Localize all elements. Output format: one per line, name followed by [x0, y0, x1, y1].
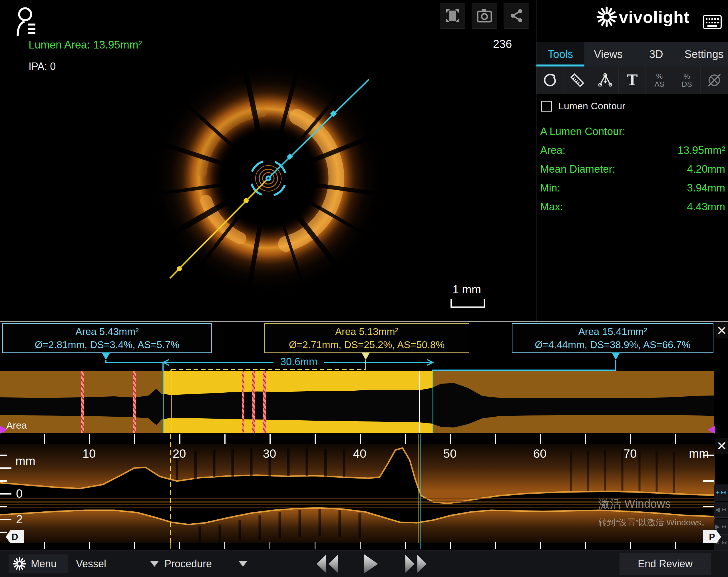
- ruler-label-70: 70: [624, 447, 637, 461]
- ruler-tick: [360, 434, 361, 444]
- area-waveform: [0, 371, 714, 433]
- as-percent-icon: % AS: [655, 72, 665, 88]
- annotation-box-proximal[interactable]: Area 5.43mm² Ø=2.81mm, DS=3.4%, AS=5.7%: [2, 323, 212, 353]
- tab-settings[interactable]: Settings: [680, 42, 728, 66]
- tab-views[interactable]: Views: [584, 42, 632, 66]
- text-tool-button[interactable]: T: [619, 66, 646, 94]
- ruler-tick: [44, 434, 45, 444]
- chevron-down-icon: [239, 561, 247, 567]
- playhead-line[interactable]: [419, 371, 420, 433]
- stent-marker: [81, 371, 84, 433]
- ruler-tick: [134, 542, 135, 549]
- divider: [537, 120, 728, 120]
- bookmark-icon: [721, 507, 727, 513]
- tab-3d[interactable]: 3D: [632, 42, 680, 66]
- ruler-tick: [89, 434, 90, 444]
- lumen-area-readout: Lumen Area: 13.95mm²: [29, 39, 142, 51]
- delete-measure-tool-button[interactable]: [701, 66, 728, 94]
- rewind-button[interactable]: [313, 553, 341, 574]
- ruler-tick: [44, 542, 45, 549]
- strip-left-marker[interactable]: [0, 426, 7, 434]
- ruler-label-10: 10: [82, 447, 96, 461]
- ruler-tick: [225, 542, 225, 549]
- diameter-stenosis-tool-button[interactable]: % DS: [673, 66, 701, 94]
- ruler-icon: [569, 72, 585, 88]
- add-bookmark-button[interactable]: +: [714, 485, 728, 500]
- ruler-label-50: 50: [443, 447, 457, 461]
- ruler-tick: [225, 434, 226, 444]
- fast-forward-button[interactable]: [402, 553, 431, 574]
- prev-bookmark-button[interactable]: ◀: [714, 502, 728, 518]
- lumen-contour-label: Lumen Contour: [558, 101, 625, 112]
- measurement-row-max: Max:4.43mm: [540, 201, 725, 213]
- vessel-label: Vessel: [76, 558, 106, 570]
- ruler-tick: [405, 434, 406, 444]
- lumen-contour-checkbox[interactable]: [541, 101, 552, 112]
- menu-logo-icon: [12, 557, 26, 571]
- area-stenosis-tool-button[interactable]: % AS: [646, 66, 673, 94]
- fullscreen-button[interactable]: [440, 3, 465, 29]
- procedure-dropdown[interactable]: Procedure: [160, 554, 252, 573]
- end-review-label: End Review: [638, 558, 693, 570]
- scale-bar: [450, 299, 485, 308]
- angle-icon: [597, 72, 613, 88]
- proximal-marker-line[interactable]: [163, 371, 163, 433]
- tab-tools[interactable]: Tools: [537, 42, 584, 66]
- ruler-tick: [405, 542, 406, 549]
- vessel-dropdown[interactable]: Vessel: [71, 554, 163, 573]
- ruler-tick: [315, 434, 316, 444]
- frame-position-ruler[interactable]: [0, 541, 715, 550]
- measurement-row-mean-diameter: Mean Diameter:4.20mm: [540, 163, 725, 175]
- close-longitudinal-button[interactable]: ✕: [716, 438, 728, 454]
- mla-dashed-line[interactable]: [170, 434, 171, 543]
- annotation-box-distal[interactable]: Area 15.41mm² Ø=4.44mm, DS=38.9%, AS=66.…: [512, 323, 713, 353]
- ruler-tick: [179, 542, 180, 549]
- divider: [0, 321, 728, 322]
- area-strip[interactable]: Area: [0, 371, 714, 433]
- ruler-tool-button[interactable]: [564, 66, 591, 94]
- snapshot-button[interactable]: [472, 3, 497, 29]
- distal-marker-line[interactable]: [433, 371, 433, 433]
- ruler-tick: [495, 434, 496, 444]
- patient-info-icon[interactable]: [15, 6, 37, 40]
- scale-bar-label: 1 mm: [445, 283, 488, 296]
- ruler-tick: [540, 434, 541, 444]
- stent-marker: [252, 371, 255, 433]
- ruler-tick: [450, 542, 451, 549]
- share-button[interactable]: [503, 3, 529, 29]
- contour-tool-button[interactable]: [537, 66, 564, 94]
- end-review-button[interactable]: End Review: [620, 553, 711, 575]
- mla-marker-line[interactable]: [171, 371, 172, 433]
- menu-button[interactable]: Menu: [8, 554, 68, 573]
- ruler-tick: [360, 542, 361, 549]
- chevron-down-icon: [150, 561, 159, 567]
- annotation-box-mla[interactable]: Area 5.13mm² Ø=2.71mm, DS=25.2%, AS=50.8…: [264, 323, 469, 353]
- ruler-tick: [179, 434, 180, 444]
- bottom-menu-bar: Menu Vessel Procedure End Re: [0, 550, 728, 577]
- tool-strip: T % AS % DS: [537, 66, 728, 94]
- brand-name: vivolight: [619, 7, 690, 27]
- strip-right-marker[interactable]: [707, 426, 715, 434]
- stent-marker: [242, 371, 244, 433]
- close-annotations-button[interactable]: ✕: [716, 323, 728, 338]
- play-button[interactable]: [362, 553, 379, 574]
- stent-marker: [263, 371, 266, 433]
- depth-axis-2: 2: [16, 513, 23, 526]
- procedure-label: Procedure: [164, 558, 212, 570]
- text-tool-icon: T: [627, 73, 638, 88]
- longitudinal-ruler: [0, 434, 715, 445]
- mla-position-line[interactable]: [418, 434, 418, 543]
- depth-axis-unit: mm: [16, 454, 35, 468]
- measurement-panel: A Lumen Contour: Area:13.95mm² Mean Diam…: [540, 126, 725, 213]
- bookmark-icon: [720, 490, 727, 495]
- keyboard-icon[interactable]: [703, 15, 722, 29]
- current-frame-line[interactable]: [420, 434, 420, 543]
- fullscreen-icon: [445, 8, 460, 23]
- ruler-tick: [495, 542, 496, 549]
- ruler-tick: [450, 434, 451, 444]
- angle-tool-button[interactable]: [591, 66, 619, 94]
- segment-length-label: 30.6mm: [274, 356, 324, 368]
- ruler-label-60: 60: [533, 447, 547, 461]
- ruler-tick: [630, 542, 631, 549]
- lumen-contour-toggle[interactable]: Lumen Contour: [541, 101, 625, 112]
